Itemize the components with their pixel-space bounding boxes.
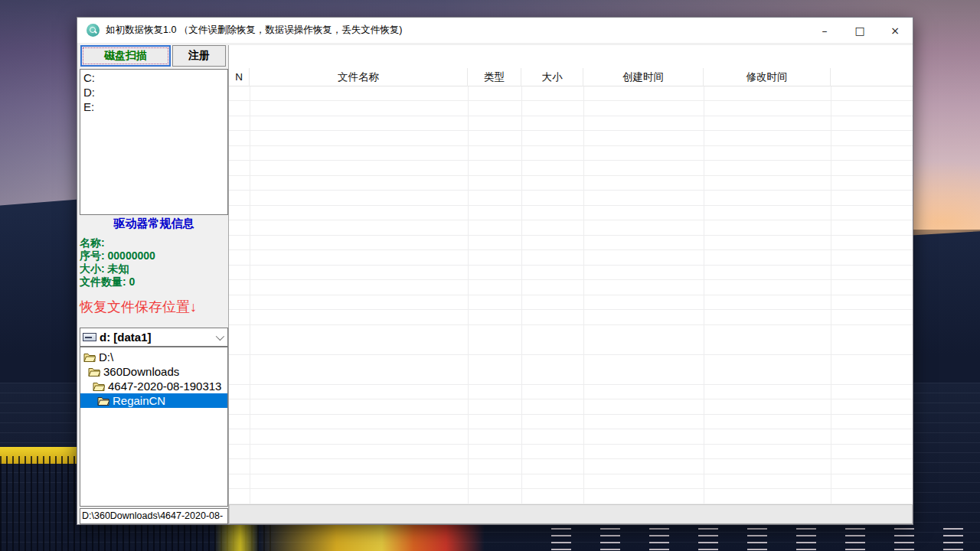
folder-icon	[83, 352, 96, 362]
col-header-created[interactable]: 创建时间	[583, 68, 704, 86]
col-header-modified[interactable]: 修改时间	[704, 68, 831, 86]
window-title: 如初数据恢复1.0 （文件误删除恢复，数据误操作恢复，丢失文件恢复)	[106, 24, 403, 37]
drive-size-line: 大小: 未知	[80, 262, 228, 276]
drive-info-panel: 驱动器常规信息 名称: 序号: 00000000 大小: 未知 文件数量: 0 …	[80, 217, 228, 316]
drive-serial-line: 序号: 00000000	[80, 249, 228, 262]
table-grid	[468, 86, 469, 504]
drive-name-line: 名称:	[80, 236, 228, 249]
table-grid	[250, 86, 250, 504]
disk-scan-button[interactable]: 磁盘扫描	[80, 45, 171, 67]
drive-listbox[interactable]: C: D: E:	[80, 69, 228, 215]
tree-item-regaincn-selected[interactable]: RegainCN	[80, 393, 227, 408]
file-table-body	[229, 86, 913, 504]
table-grid	[521, 86, 522, 504]
drive-filecount-line: 文件数量: 0	[80, 276, 228, 289]
status-path: D:\360Downloads\4647-2020-08-	[80, 508, 228, 524]
tree-item-label: RegainCN	[113, 393, 165, 408]
col-header-size[interactable]: 大小	[521, 68, 583, 86]
col-header-type[interactable]: 类型	[468, 68, 521, 86]
col-header-name[interactable]: 文件名称	[250, 68, 468, 86]
drive-item-e[interactable]: E:	[83, 99, 224, 114]
drive-info-title: 驱动器常规信息	[80, 217, 228, 231]
chevron-down-icon[interactable]	[216, 331, 224, 340]
destination-drive-combobox[interactable]: d: [data1]	[80, 328, 228, 347]
table-grid	[583, 86, 584, 504]
folder-icon	[93, 381, 105, 391]
tree-item-label: 4647-2020-08-190313	[108, 379, 221, 393]
tree-item-label: 360Downloads	[103, 364, 179, 379]
tree-item-4647[interactable]: 4647-2020-08-190313	[80, 379, 227, 393]
wallpaper-light-reflections	[214, 525, 536, 551]
wallpaper-water-sparkles	[551, 528, 980, 551]
drive-item-d[interactable]: D:	[83, 85, 224, 99]
close-button[interactable]: ×	[877, 18, 913, 43]
app-window: 如初数据恢复1.0 （文件误删除恢复，数据误操作恢复，丢失文件恢复) – □ ×…	[77, 17, 913, 525]
destination-drive-value: d: [data1]	[100, 331, 152, 344]
table-grid	[831, 86, 831, 504]
folder-icon	[88, 367, 100, 377]
save-location-label: 恢复文件保存位置↓	[80, 298, 228, 316]
folder-tree[interactable]: D:\ 360Downloads 4647-2020-08-190313 Reg…	[80, 347, 228, 507]
file-table[interactable]: N 文件名称 类型 大小 创建时间 修改时间	[228, 45, 913, 524]
col-header-n[interactable]: N	[229, 68, 250, 86]
register-button[interactable]: 注册	[172, 45, 226, 67]
app-logo-icon	[87, 24, 100, 37]
drive-item-c[interactable]: C:	[83, 70, 224, 85]
maximize-button[interactable]: □	[842, 18, 877, 43]
tree-item-360downloads[interactable]: 360Downloads	[80, 364, 227, 379]
tree-item-root[interactable]: D:\	[80, 350, 227, 364]
drive-icon	[83, 333, 96, 341]
horizontal-scrollbar[interactable]	[229, 504, 913, 524]
table-grid	[704, 86, 704, 504]
file-table-header[interactable]: N 文件名称 类型 大小 创建时间 修改时间	[229, 68, 913, 86]
title-bar[interactable]: 如初数据恢复1.0 （文件误删除恢复，数据误操作恢复，丢失文件恢复) – □ ×	[77, 18, 913, 43]
folder-icon	[97, 396, 109, 406]
minimize-button[interactable]: –	[807, 18, 842, 43]
tree-item-label: D:\	[99, 350, 113, 364]
